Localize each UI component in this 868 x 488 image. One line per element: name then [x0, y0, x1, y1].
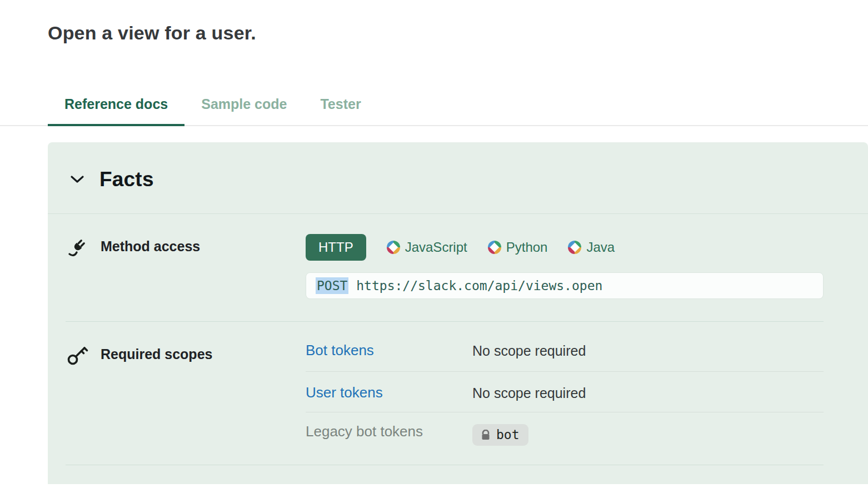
facts-heading: Facts	[99, 168, 154, 191]
required-scopes-row: Required scopes Bot tokens No scope requ…	[48, 322, 868, 465]
tab-sample-code[interactable]: Sample code	[184, 96, 303, 126]
bot-tokens-link[interactable]: Bot tokens	[306, 342, 374, 358]
page-title: Open a view for a user.	[48, 22, 868, 44]
facts-panel: Facts Method access HTTP JavaScript	[48, 142, 868, 484]
method-access-value: HTTP JavaScript Python Java POST https:/…	[306, 234, 824, 299]
lang-java-link[interactable]: Java	[568, 240, 615, 255]
scope-row-legacy-bot-tokens: Legacy bot tokens bot	[306, 412, 824, 465]
plug-icon	[66, 234, 91, 262]
required-scopes-table: Bot tokens No scope required User tokens…	[306, 326, 824, 465]
key-icon	[66, 343, 91, 371]
token-type: User tokens	[306, 384, 472, 401]
token-type: Bot tokens	[306, 342, 472, 359]
tab-reference-docs[interactable]: Reference docs	[48, 96, 184, 126]
divider	[66, 465, 824, 465]
method-access-row: Method access HTTP JavaScript Python Jav…	[48, 214, 868, 321]
tab-tester[interactable]: Tester	[303, 96, 377, 126]
docs-tabbar: Reference docs Sample code Tester	[0, 96, 868, 126]
endpoint-url: https://slack.com/api/views.open	[356, 278, 602, 293]
scope-value: No scope required	[472, 342, 586, 359]
sdk-pinwheel-icon	[488, 241, 501, 254]
lang-python-label: Python	[506, 240, 548, 255]
badge-label: bot	[496, 427, 520, 442]
lang-javascript-link[interactable]: JavaScript	[387, 240, 467, 255]
scope-value: bot	[472, 423, 528, 446]
token-type: Legacy bot tokens	[306, 423, 472, 440]
facts-collapse-button[interactable]	[70, 174, 84, 186]
endpoint-url-box: POST https://slack.com/api/views.open	[306, 272, 824, 299]
lang-http-button[interactable]: HTTP	[306, 234, 366, 261]
scope-row-user-tokens: User tokens No scope required	[306, 372, 824, 412]
bot-scope-badge[interactable]: bot	[472, 424, 528, 446]
lock-icon	[481, 430, 490, 440]
lang-javascript-label: JavaScript	[405, 240, 467, 255]
sdk-pinwheel-icon	[387, 241, 400, 254]
user-tokens-link[interactable]: User tokens	[306, 384, 383, 401]
method-access-label: Method access	[101, 234, 306, 255]
lang-python-link[interactable]: Python	[488, 240, 548, 255]
http-method: POST	[316, 277, 348, 294]
scope-value: No scope required	[472, 384, 586, 401]
language-selector: HTTP JavaScript Python Java	[306, 234, 824, 261]
facts-header: Facts	[48, 142, 868, 213]
lang-java-label: Java	[586, 240, 615, 255]
sdk-pinwheel-icon	[568, 241, 581, 254]
required-scopes-label: Required scopes	[101, 326, 306, 362]
scope-row-bot-tokens: Bot tokens No scope required	[306, 326, 824, 372]
chevron-down-icon	[70, 174, 84, 186]
